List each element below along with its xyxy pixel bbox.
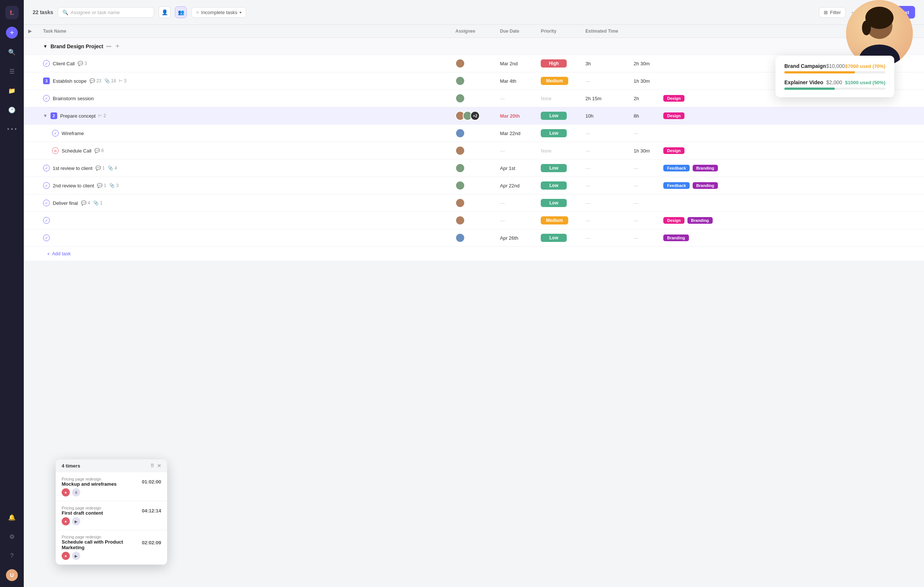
priority-badge: Medium: [541, 77, 568, 85]
actual-time: —: [629, 125, 659, 142]
actual-time: 1h 30m: [629, 72, 659, 90]
tag: Design: [663, 217, 685, 224]
subtask-count: ⊢ 3: [119, 78, 126, 84]
comment-count: 💬 1: [96, 166, 105, 171]
actual-time: —: [629, 177, 659, 194]
actual-time: 8h: [629, 107, 659, 125]
task-checkbox[interactable]: ✓: [43, 60, 50, 67]
task-checkbox[interactable]: ✓: [43, 200, 50, 206]
priority-badge: High: [541, 59, 567, 67]
user-avatar[interactable]: U: [6, 569, 18, 581]
timer-drag-icon[interactable]: ⠿: [150, 463, 154, 469]
section-more-icon[interactable]: •••: [106, 43, 111, 49]
sidebar-item-search[interactable]: 🔍: [6, 46, 18, 58]
timer-popup: 4 timers ⠿ ✕ Pricing page redesign Mocku…: [56, 459, 167, 565]
sidebar-item-settings[interactable]: ⚙: [6, 531, 18, 543]
attachment-count: 📎 4: [108, 166, 117, 171]
actual-time: —: [629, 159, 659, 177]
expand-btn[interactable]: 3: [43, 77, 50, 84]
est-time: —: [581, 194, 629, 212]
budget-total: $10,000: [826, 63, 845, 69]
expand-icon[interactable]: ▶: [28, 29, 31, 34]
expand-col: ▶: [24, 25, 39, 38]
task-checkbox[interactable]: ✓: [43, 165, 50, 171]
task-checkbox[interactable]: ✓: [43, 235, 50, 241]
actual-time: —: [629, 229, 659, 247]
search-box[interactable]: 🔍 Assignee or task name: [58, 7, 154, 18]
timer-stop-btn[interactable]: ■: [62, 552, 70, 560]
est-time: —: [581, 72, 629, 90]
timer-stop-btn[interactable]: ■: [62, 517, 70, 525]
timer-task: First draft content: [62, 510, 103, 516]
est-time: 3h: [581, 55, 629, 72]
comment-count: 💬 8: [94, 148, 104, 153]
assignee-avatars: [455, 59, 491, 68]
timer-stop-btn[interactable]: ■: [62, 488, 70, 497]
sidebar: t. + 🔍 ☰ 📁 🕐 • • • 🔔 ⚙ ? U: [0, 0, 24, 587]
timer-item: Pricing page redesign Mockup and wirefra…: [56, 472, 167, 501]
task-checkbox[interactable]: ⊖: [52, 147, 59, 154]
tags-header: [659, 25, 924, 38]
due-date: Apr 1st: [495, 159, 536, 177]
due-date: Apr 26th: [495, 229, 536, 247]
group-btn[interactable]: 👥: [175, 6, 187, 18]
status-filter[interactable]: ○ Incomplete tasks ▾: [191, 7, 246, 18]
task-name-header: Task Name: [39, 25, 451, 38]
timer-play-btn[interactable]: ▶: [72, 552, 80, 560]
expand-btn[interactable]: 2: [51, 112, 57, 119]
timer-pause-btn[interactable]: ⏸: [72, 488, 80, 497]
priority-badge: None: [541, 96, 551, 101]
task-name: Establish scope: [53, 78, 87, 84]
task-checkbox[interactable]: ✓: [43, 217, 50, 224]
task-name: Deliver final: [53, 201, 78, 206]
actual-time: 1h 30m: [629, 142, 659, 159]
task-checkbox[interactable]: ✓: [52, 130, 59, 136]
add-task-list-btn[interactable]: ＋ + Add task list: [863, 6, 915, 18]
more-options-btn[interactable]: ⋯: [849, 6, 860, 18]
avatar: [455, 233, 465, 243]
avatar: [455, 94, 465, 103]
sidebar-item-list[interactable]: ☰: [6, 65, 18, 77]
actual-time: —: [629, 194, 659, 212]
table-row: ⊖ Schedule Call 💬 8 — None — 1h 30m: [24, 142, 924, 159]
attachment-count: 📎 3: [109, 183, 119, 188]
timer-task: Mockup and wireframes: [62, 481, 117, 487]
sidebar-item-notifications[interactable]: 🔔: [6, 511, 18, 523]
budget-total: $2,000: [826, 79, 842, 86]
timer-item: Pricing page redesign Schedule call with…: [56, 530, 167, 565]
sidebar-item-more[interactable]: • • •: [6, 123, 18, 135]
est-time: 2h 15m: [581, 90, 629, 107]
section-add-icon[interactable]: ＋: [114, 42, 120, 50]
add-button[interactable]: +: [6, 27, 18, 39]
assignee-avatars: [455, 76, 491, 86]
due-date: Mar 4th: [495, 72, 536, 90]
sidebar-item-help[interactable]: ?: [6, 550, 18, 562]
assignee-filter-btn[interactable]: 👤: [158, 6, 170, 18]
task-checkbox[interactable]: ✓: [43, 182, 50, 189]
comment-count: 💬 1: [97, 183, 106, 188]
budget-bar: [784, 87, 885, 90]
filter-btn[interactable]: ⊞ Filter: [819, 7, 846, 18]
timer-project: Pricing page redesign: [62, 535, 142, 539]
time-header: [629, 25, 659, 38]
timer-time: 04:12:14: [142, 508, 161, 513]
sidebar-item-folder[interactable]: 📁: [6, 85, 18, 97]
timer-task: Schedule call with Product Marketing: [62, 539, 142, 550]
task-name: 1st review to client: [53, 166, 92, 171]
collapse-icon[interactable]: ▼: [43, 113, 48, 118]
task-name: 2nd review to client: [53, 183, 94, 189]
sidebar-item-time[interactable]: 🕐: [6, 104, 18, 116]
section-collapse-icon[interactable]: ▼: [43, 44, 48, 49]
header: 22 tasks 🔍 Assignee or task name 👤 👥 ○ I…: [24, 0, 924, 25]
task-checkbox[interactable]: ✓: [43, 95, 50, 102]
timer-play-btn[interactable]: ▶: [72, 517, 80, 525]
priority-badge: None: [541, 148, 551, 154]
due-date: —: [495, 142, 536, 159]
tag: Branding: [693, 165, 718, 171]
add-task-row[interactable]: ＋ Add task: [24, 247, 924, 261]
app-logo[interactable]: t.: [5, 6, 18, 19]
task-name: Schedule Call: [62, 148, 91, 154]
timer-header: 4 timers ⠿ ✕: [56, 459, 167, 472]
due-date: —: [495, 212, 536, 229]
timer-close-icon[interactable]: ✕: [157, 463, 161, 469]
